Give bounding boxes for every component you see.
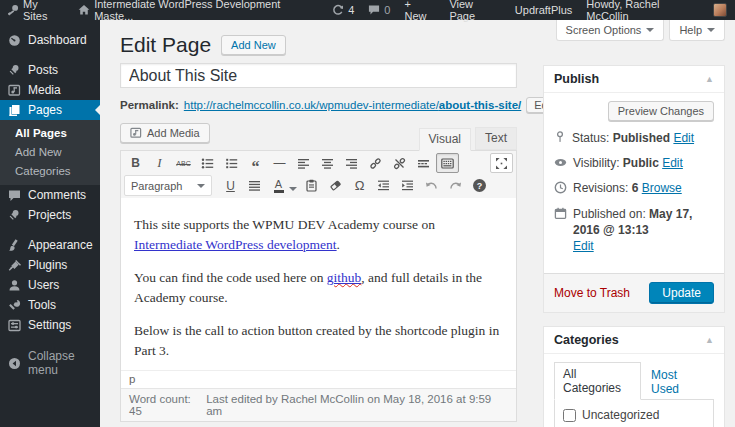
text-tab[interactable]: Text xyxy=(475,127,517,150)
permalink-link[interactable]: http://rachelmccollin.co.uk/wpmudev-inte… xyxy=(184,99,521,111)
chevron-down-icon xyxy=(646,28,654,36)
undo-icon xyxy=(425,179,438,192)
remove-link-button[interactable] xyxy=(388,153,411,173)
undo-button[interactable] xyxy=(420,176,443,196)
updates-menu[interactable]: 4 xyxy=(325,0,361,20)
paragraph-format-select[interactable]: Paragraph xyxy=(124,175,212,196)
sidebar-item-appearance[interactable]: Appearance xyxy=(0,235,100,255)
settings-icon xyxy=(8,319,21,332)
most-used-tab[interactable]: Most Used xyxy=(641,364,714,400)
edit-visibility-link[interactable]: Edit xyxy=(662,156,683,170)
element-path[interactable]: p xyxy=(121,370,516,388)
user-avatar[interactable] xyxy=(713,3,727,17)
clear-formatting-button[interactable] xyxy=(324,176,347,196)
insert-link-button[interactable] xyxy=(364,153,387,173)
blockquote-button[interactable]: “ xyxy=(244,153,267,173)
bullet-list-button[interactable] xyxy=(196,153,219,173)
underline-button[interactable]: U xyxy=(219,176,242,196)
indent-button[interactable] xyxy=(396,176,419,196)
user-icon xyxy=(8,279,21,292)
text-color-dropdown-icon[interactable] xyxy=(289,187,297,195)
permalink-row: Permalink: http://rachelmccollin.co.uk/w… xyxy=(120,97,561,113)
wrench-icon xyxy=(8,299,21,312)
italic-button[interactable]: I xyxy=(148,153,171,173)
edit-status-link[interactable]: Edit xyxy=(673,131,694,145)
preview-changes-button[interactable]: Preview Changes xyxy=(608,101,714,121)
screen-options-button[interactable]: Screen Options xyxy=(556,20,665,41)
new-menu[interactable]: + New xyxy=(397,0,442,20)
align-right-button[interactable] xyxy=(340,153,363,173)
collapse-menu-button[interactable]: Collapse menu xyxy=(0,353,100,373)
collapse-toggle-icon[interactable]: ▲ xyxy=(705,74,714,84)
all-categories-tab[interactable]: All Categories xyxy=(554,362,641,400)
strikethrough-button[interactable]: ABC xyxy=(172,153,195,173)
update-button[interactable]: Update xyxy=(649,282,714,304)
paste-as-text-button[interactable] xyxy=(300,176,323,196)
outdent-button[interactable] xyxy=(372,176,395,196)
sidebar-item-plugins[interactable]: Plugins xyxy=(0,255,100,275)
bold-button[interactable]: B xyxy=(124,153,147,173)
unlink-icon xyxy=(393,157,406,170)
text-color-button[interactable]: A xyxy=(267,176,290,196)
text-color-swatch xyxy=(274,190,284,193)
toolbar-toggle-button[interactable] xyxy=(436,153,459,173)
edit-published-date-link[interactable]: Edit xyxy=(573,239,594,253)
category-checkbox-row[interactable]: Uncategorized xyxy=(563,408,705,422)
eraser-icon xyxy=(329,179,342,192)
sidebar-item-projects[interactable]: Projects xyxy=(0,205,100,225)
sidebar-item-posts[interactable]: Posts xyxy=(0,60,100,80)
right-column: Publish ▲ Preview Changes Status: Publis… xyxy=(543,65,725,427)
sidebar-item-settings[interactable]: Settings xyxy=(0,315,100,335)
sidebar-item-pages[interactable]: Pages xyxy=(0,100,100,120)
browse-revisions-link[interactable]: Browse xyxy=(642,181,682,195)
sidebar-item-comments[interactable]: Comments xyxy=(0,185,100,205)
distraction-free-button[interactable] xyxy=(490,153,513,173)
collapse-icon xyxy=(8,357,21,370)
redo-button[interactable] xyxy=(444,176,467,196)
special-character-button[interactable]: Ω xyxy=(348,176,371,196)
kitchen-sink-icon xyxy=(441,157,454,170)
comments-menu[interactable]: 0 xyxy=(361,0,397,20)
align-right-icon xyxy=(345,157,358,170)
github-link[interactable]: github xyxy=(327,270,362,285)
sidebar-item-dashboard[interactable]: Dashboard xyxy=(0,30,100,50)
menu-separator xyxy=(0,50,100,60)
uncategorized-checkbox[interactable] xyxy=(563,409,576,422)
keyboard-shortcuts-button[interactable]: ? xyxy=(468,176,491,196)
paragraph: This site supports the WPMU DEV Academy … xyxy=(134,215,503,254)
add-new-button[interactable]: Add New xyxy=(221,35,286,55)
add-media-button[interactable]: Add Media xyxy=(120,123,210,143)
sidebar-item-users[interactable]: Users xyxy=(0,275,100,295)
align-left-button[interactable] xyxy=(292,153,315,173)
post-title-input[interactable] xyxy=(120,63,517,88)
admin-sidebar: Dashboard Posts Media Pages All Pages Ad… xyxy=(0,20,100,427)
move-to-trash-link[interactable]: Move to Trash xyxy=(554,286,630,300)
submenu-add-new[interactable]: Add New xyxy=(0,143,100,162)
category-list: Uncategorized xyxy=(554,399,714,427)
site-name-menu[interactable]: Intermediate WordPress Development Maste… xyxy=(71,0,325,20)
sidebar-item-media[interactable]: Media xyxy=(0,80,100,100)
howdy-account-menu[interactable]: Howdy, Rachel McCollin xyxy=(579,0,709,22)
indent-icon xyxy=(401,179,414,192)
help-button[interactable]: Help xyxy=(669,20,725,41)
numbered-list-button[interactable] xyxy=(220,153,243,173)
editor-content[interactable]: This site supports the WPMU DEV Academy … xyxy=(121,198,516,370)
submenu-categories[interactable]: Categories xyxy=(0,162,100,181)
categories-box-title: Categories xyxy=(554,333,619,347)
view-page-menu[interactable]: View Page xyxy=(442,0,507,20)
sidebar-item-tools[interactable]: Tools xyxy=(0,295,100,315)
intermediate-wordpress-link[interactable]: Intermediate WordPress development xyxy=(134,237,337,252)
updraftplus-menu[interactable]: UpdraftPlus xyxy=(508,0,579,20)
pages-icon xyxy=(8,104,21,117)
submenu-all-pages[interactable]: All Pages xyxy=(0,124,100,143)
calendar-icon xyxy=(554,207,567,220)
read-more-button[interactable] xyxy=(412,153,435,173)
horizontal-rule-button[interactable]: — xyxy=(268,153,291,173)
editor-statusbar: Word count: 45 Last edited by Rachel McC… xyxy=(121,388,516,421)
my-sites-menu[interactable]: My Sites xyxy=(0,0,71,20)
collapse-toggle-icon[interactable]: ▲ xyxy=(705,335,714,345)
justify-button[interactable] xyxy=(243,176,266,196)
align-center-button[interactable] xyxy=(316,153,339,173)
plugin-icon xyxy=(8,259,21,272)
visual-tab[interactable]: Visual xyxy=(419,128,471,151)
